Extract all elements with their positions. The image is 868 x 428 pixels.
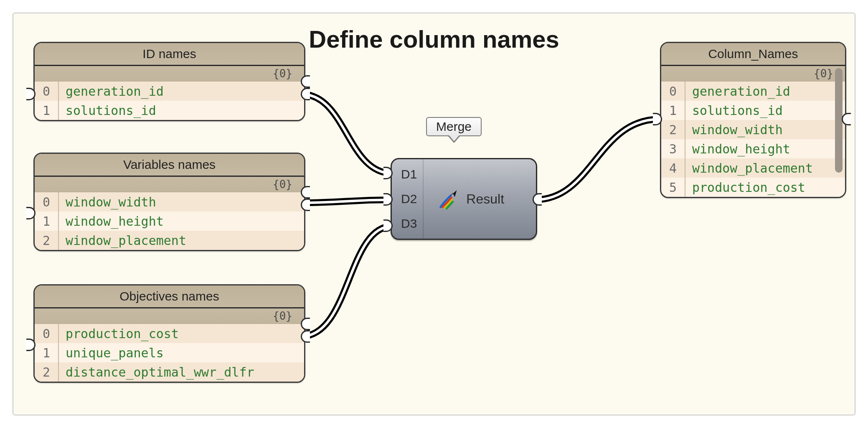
row-value: window_width (685, 122, 783, 137)
panel-title: Objectives names (35, 285, 304, 308)
panel-body: 0window_width 1window_height 2window_pla… (35, 192, 304, 250)
row-value: window_placement (685, 161, 813, 176)
panel-output-grip[interactable] (301, 199, 310, 211)
list-item: 0production_cost (35, 324, 304, 343)
merge-input-port[interactable]: D3 (401, 217, 417, 231)
panel-path-label: {0} (35, 66, 304, 82)
row-value: window_height (58, 214, 164, 229)
panel-path-label: {0} (35, 308, 304, 324)
panel-path-label: {0} (35, 177, 304, 192)
row-index: 1 (35, 103, 58, 118)
panel-title: Variables names (35, 154, 304, 177)
list-item: 0window_width (35, 192, 304, 211)
panel-variables-names[interactable]: Variables names {0} 0window_width 1windo… (33, 153, 305, 251)
list-item: 0generation_id (661, 82, 845, 101)
row-index: 0 (661, 84, 685, 99)
row-index: 0 (35, 326, 58, 341)
row-value: window_placement (58, 233, 186, 248)
panel-output-grip[interactable] (301, 186, 310, 199)
node-output-grip[interactable] (533, 193, 542, 206)
list-item: 3window_height (661, 139, 845, 158)
row-index: 5 (661, 180, 685, 195)
panel-body: 0generation_id 1solutions_id (35, 82, 304, 120)
panel-title: Column_Names (661, 43, 845, 66)
panel-title: ID names (35, 43, 304, 66)
panel-output-grip[interactable] (301, 330, 310, 343)
panel-path-label: {0} (661, 66, 845, 82)
merge-icon (438, 188, 459, 210)
panel-output-grip[interactable] (842, 113, 851, 125)
row-index: 0 (35, 84, 58, 99)
node-label-text: Merge (436, 120, 472, 133)
row-index: 2 (35, 365, 58, 380)
merge-inputs: D1 D2 D3 (392, 159, 424, 239)
node-label-merge: Merge (426, 117, 482, 136)
list-item: 0generation_id (35, 82, 304, 101)
merge-output: Result (424, 159, 518, 239)
list-item: 2window_width (661, 120, 845, 139)
row-value: window_height (685, 142, 790, 156)
panel-output-grip[interactable] (301, 75, 310, 88)
row-index: 3 (661, 142, 685, 156)
row-value: production_cost (58, 326, 179, 341)
row-index: 1 (661, 103, 685, 118)
row-index: 1 (35, 214, 58, 229)
row-value: window_width (58, 195, 156, 209)
list-item: 4window_placement (661, 158, 845, 178)
panel-output-grip[interactable] (301, 318, 310, 330)
node-merge[interactable]: D1 D2 D3 Result (391, 158, 537, 240)
panel-body: 0generation_id 1solutions_id 2window_wid… (661, 82, 845, 197)
panel-id-names[interactable]: ID names {0} 0generation_id 1solutions_i… (33, 42, 305, 121)
row-value: generation_id (58, 84, 164, 99)
row-index: 2 (35, 233, 58, 248)
row-index: 4 (661, 161, 685, 176)
panel-output-grip[interactable] (301, 88, 310, 100)
list-item: 2window_placement (35, 231, 304, 250)
row-index: 1 (35, 346, 58, 360)
list-item: 5production_cost (661, 178, 845, 197)
list-item: 1solutions_id (661, 101, 845, 120)
row-index: 2 (661, 122, 685, 137)
list-item: 2distance_optimal_wwr_dlfr (35, 362, 304, 382)
list-item: 1solutions_id (35, 101, 304, 120)
row-index: 0 (35, 195, 58, 209)
row-value: production_cost (685, 180, 805, 195)
merge-input-port[interactable]: D1 (401, 167, 417, 181)
row-value: distance_optimal_wwr_dlfr (58, 365, 254, 380)
panel-objectives-names[interactable]: Objectives names {0} 0production_cost 1u… (33, 284, 305, 383)
merge-output-label: Result (466, 191, 504, 207)
row-value: solutions_id (685, 103, 783, 118)
row-value: generation_id (685, 84, 790, 99)
row-value: solutions_id (58, 103, 156, 118)
panel-column-names[interactable]: Column_Names {0} 0generation_id 1solutio… (660, 42, 846, 198)
panel-body: 0production_cost 1unique_panels 2distanc… (35, 324, 304, 382)
list-item: 1unique_panels (35, 343, 304, 362)
row-value: unique_panels (58, 346, 164, 360)
merge-input-port[interactable]: D2 (401, 192, 417, 206)
list-item: 1window_height (35, 211, 304, 231)
